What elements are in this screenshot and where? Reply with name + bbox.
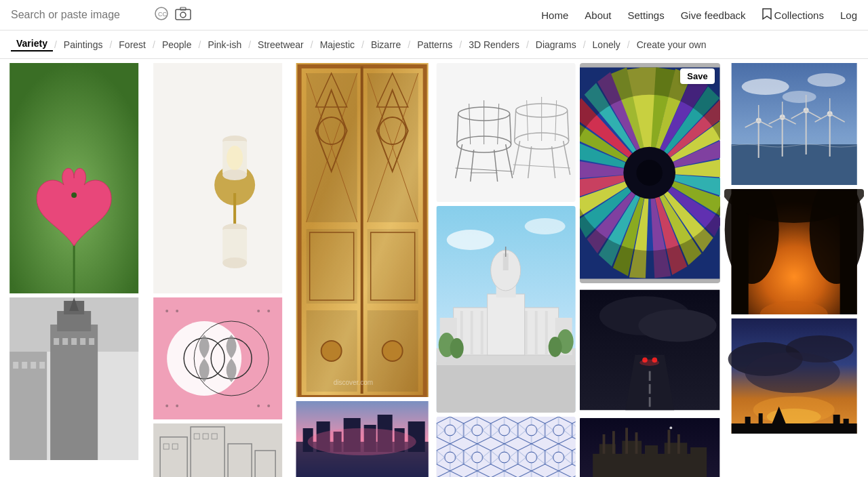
header-nav: Home About Settings Give feedback Collec… [541, 8, 857, 22]
svg-rect-197 [649, 371, 651, 381]
settings-link[interactable]: Settings [628, 9, 665, 21]
grid-col-2 [148, 63, 288, 477]
svg-point-41 [176, 310, 178, 312]
svg-point-45 [176, 405, 178, 407]
tile-wind-turbines[interactable] [724, 63, 864, 185]
cc-icon[interactable]: CC [155, 7, 168, 23]
svg-rect-218 [731, 144, 856, 185]
tile-wire-chairs[interactable] [436, 63, 576, 202]
tile-night-road[interactable] [580, 287, 719, 413]
collections-label: Collections [774, 9, 824, 21]
subnav-separator: / [458, 39, 463, 50]
subnav-separator: / [197, 39, 202, 50]
search-input[interactable] [11, 9, 146, 21]
subnav-item-people[interactable]: People [157, 39, 197, 50]
svg-rect-17 [80, 338, 85, 345]
svg-rect-18 [89, 338, 94, 345]
subnav-separator: / [309, 39, 315, 50]
svg-point-217 [782, 91, 816, 103]
svg-rect-254 [758, 413, 762, 427]
subnav-item-variety[interactable]: Variety [11, 38, 53, 51]
svg-point-80 [382, 341, 402, 361]
grid-col-5: Save [580, 63, 719, 477]
svg-point-29 [222, 169, 247, 180]
svg-rect-154 [437, 417, 576, 477]
about-link[interactable]: About [585, 9, 611, 21]
tile-pink-circles[interactable] [148, 297, 288, 419]
svg-rect-210 [625, 428, 628, 453]
tile-cave-forest[interactable] [724, 189, 864, 314]
svg-rect-130 [525, 311, 528, 355]
subnav-item-majestic[interactable]: Majestic [315, 39, 360, 50]
svg-point-121 [525, 218, 566, 234]
header: CC Home About Settings Give feedback Col… [0, 0, 868, 30]
subnav-separator: / [108, 39, 113, 50]
svg-point-47 [267, 405, 270, 407]
subnav-item-pink-ish[interactable]: Pink-ish [202, 39, 247, 50]
svg-point-215 [741, 79, 789, 95]
svg-rect-212 [668, 430, 671, 454]
svg-rect-209 [612, 431, 615, 454]
collections-link[interactable]: Collections [762, 8, 824, 22]
svg-point-120 [447, 230, 494, 250]
tile-lamp[interactable] [148, 63, 288, 293]
bookmark-icon [762, 8, 772, 22]
grid-col-3: discover.com [292, 63, 432, 477]
svg-point-3 [180, 12, 186, 18]
svg-point-92 [307, 428, 416, 455]
login-link[interactable]: Log [840, 9, 857, 21]
tile-moroccan[interactable] [436, 417, 576, 477]
svg-rect-256 [833, 415, 840, 427]
tile-building-sketch[interactable] [148, 423, 288, 477]
svg-point-40 [165, 310, 168, 312]
tile-sunset-clouds[interactable] [724, 318, 864, 434]
svg-rect-21 [22, 362, 27, 369]
svg-point-46 [257, 405, 260, 407]
svg-rect-122 [437, 362, 576, 413]
svg-rect-15 [62, 338, 68, 345]
tile-ancient-ruins[interactable] [580, 417, 719, 477]
subnav-item-patterns[interactable]: Patterns [412, 39, 458, 50]
subnav-item-diagrams[interactable]: Diagrams [530, 39, 582, 50]
svg-rect-132 [545, 311, 548, 355]
svg-rect-23 [39, 362, 45, 369]
tile-radial-art[interactable]: Save [580, 63, 719, 283]
svg-rect-205 [645, 445, 658, 457]
save-button[interactable]: Save [680, 68, 714, 84]
svg-point-196 [640, 359, 660, 366]
tile-capitol[interactable] [436, 206, 576, 413]
subnav-separator: / [406, 39, 412, 50]
svg-rect-126 [471, 311, 473, 355]
svg-rect-204 [623, 441, 642, 457]
grid-col-4 [436, 63, 576, 477]
tile-ornate-door[interactable]: discover.com [292, 63, 432, 397]
tile-city-sunset[interactable] [292, 401, 432, 477]
feedback-link[interactable]: Give feedback [681, 9, 746, 21]
svg-point-43 [267, 310, 270, 312]
svg-rect-135 [488, 294, 525, 355]
svg-point-216 [807, 73, 845, 87]
subnav-item-paintings[interactable]: Paintings [58, 39, 108, 50]
svg-rect-213 [677, 434, 680, 454]
subnav-item-3d-renders[interactable]: 3D Renders [463, 39, 525, 50]
tile-heart-flower[interactable] [4, 63, 144, 293]
svg-point-142 [450, 338, 464, 358]
camera-icon[interactable] [175, 7, 191, 23]
tile-bw-building[interactable] [4, 297, 144, 460]
home-link[interactable]: Home [541, 9, 568, 21]
svg-point-42 [257, 310, 260, 312]
subnav-item-forest[interactable]: Forest [113, 39, 151, 50]
svg-rect-75 [367, 229, 418, 304]
subnav-item-lonely[interactable]: Lonely [587, 39, 626, 50]
svg-rect-14 [54, 338, 59, 345]
subnav: Variety/Paintings/Forest/People/Pink-ish… [0, 30, 868, 59]
svg-point-78 [321, 341, 341, 361]
svg-rect-199 [649, 397, 651, 407]
subnav-separator: / [247, 39, 252, 50]
subnav-item-bizarre[interactable]: Bizarre [366, 39, 406, 50]
grid-col-6 [724, 63, 864, 434]
svg-point-7 [71, 192, 77, 198]
subnav-item-create-your-own[interactable]: Create your own [631, 39, 712, 50]
subnav-separator: / [582, 39, 587, 50]
subnav-item-streetwear[interactable]: Streetwear [252, 39, 309, 50]
